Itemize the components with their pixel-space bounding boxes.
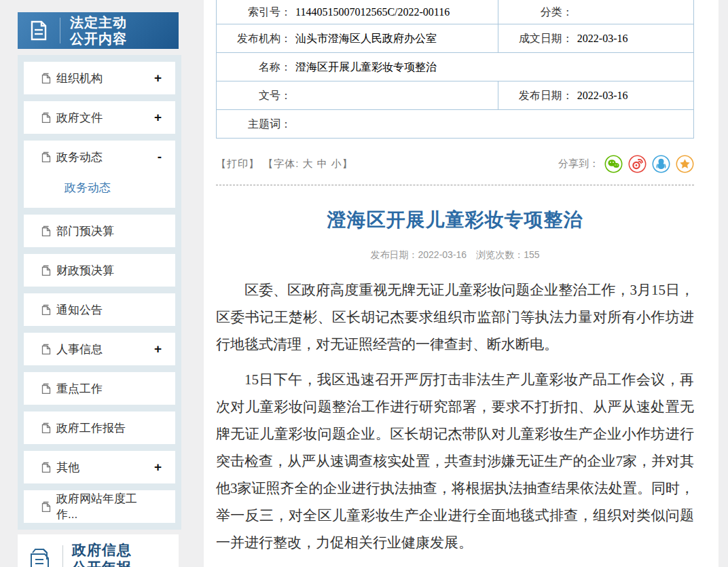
table-row: 发布机构： 汕头市澄海区人民政府办公室 成文日期： 2022-03-16 xyxy=(217,24,693,53)
table-row: 索引号： 11440515007012565C/2022-00116 分类： xyxy=(217,0,693,24)
page-icon xyxy=(41,151,51,162)
sidebar-item-label: 政府网站年度工作... xyxy=(56,491,158,522)
sidebar-item-label: 政务动态 xyxy=(56,149,153,165)
article-view-count: 浏览次数：155 xyxy=(476,249,539,260)
index-number-label: 索引号： xyxy=(217,5,291,20)
share-label: 分享到： xyxy=(558,158,599,170)
print-font-controls: 【打印】 【字体: 大 中 小】 xyxy=(216,158,353,170)
written-date-label: 成文日期： xyxy=(498,32,573,46)
article-paragraph: 15日下午，我区迅速召开严厉打击非法生产儿童彩妆产品工作会议，再次对儿童彩妆问题… xyxy=(216,366,694,556)
sidebar-menu: 组织机构 + 政府文件 + 政务动态 - 政务动态 部门预决算 财政预决算 xyxy=(18,55,181,530)
publish-date-label: 发布日期： xyxy=(498,89,573,103)
dashed-divider xyxy=(216,185,694,185)
sidebar-header-annual-report[interactable]: 政府信息 公开年报 xyxy=(18,534,179,567)
page-icon xyxy=(41,73,51,84)
table-row: 文号： 发布日期： 2022-03-16 xyxy=(217,81,693,110)
sidebar-item-gov-news[interactable]: 政务动态 - xyxy=(24,141,175,173)
collapse-minus-icon[interactable]: - xyxy=(153,149,162,164)
font-size-small-button[interactable]: 小】 xyxy=(331,158,353,169)
sidebar-header-title: 法定主动 公开内容 xyxy=(60,14,127,47)
favorite-star-share-icon[interactable] xyxy=(676,155,694,173)
sidebar-item-dept-budget[interactable]: 部门预决算 xyxy=(24,215,175,247)
written-date-value: 2022-03-16 xyxy=(573,33,628,45)
sidebar-item-website-annual-work[interactable]: 政府网站年度工作... xyxy=(24,490,175,523)
article-paragraph: 区委、区政府高度重视无牌无证儿童彩妆问题企业整治工作，3月15日，区委书记王楚彬… xyxy=(216,276,694,358)
sidebar-item-label: 政府工作报告 xyxy=(56,420,158,436)
table-row: 主题词： xyxy=(217,110,693,139)
sidebar-item-gov-documents[interactable]: 政府文件 + xyxy=(24,101,175,134)
main-content: 索引号： 11440515007012565C/2022-00116 分类： 发… xyxy=(204,0,718,567)
sidebar-item-other[interactable]: 其他 + xyxy=(24,451,175,483)
share-bar: 分享到： xyxy=(558,155,694,173)
sidebar-item-label: 政府文件 xyxy=(56,110,150,126)
qq-share-icon[interactable] xyxy=(652,155,670,173)
sidebar: 法定主动 公开内容 组织机构 + 政府文件 + 政务动态 - 政务动态 部门预决… xyxy=(0,0,204,567)
page-icon xyxy=(41,383,51,394)
print-button[interactable]: 【打印】 xyxy=(216,158,259,169)
sidebar-item-organization[interactable]: 组织机构 + xyxy=(24,62,175,94)
doc-name-value: 澄海区开展儿童彩妆专项整治 xyxy=(291,60,437,75)
expand-plus-icon[interactable]: + xyxy=(150,71,162,86)
sidebar-item-finance-budget[interactable]: 财政预决算 xyxy=(24,254,175,287)
sidebar-item-label: 重点工作 xyxy=(56,381,158,397)
page-icon xyxy=(41,265,51,276)
font-size-medium-button[interactable]: 中 xyxy=(317,158,328,169)
article-meta: 发布日期：2022-03-16浏览次数：155 xyxy=(216,249,694,261)
publish-date-value: 2022-03-16 xyxy=(573,90,628,102)
sidebar-group-gov-news: 政务动态 - 政务动态 xyxy=(24,141,175,208)
weibo-share-icon[interactable] xyxy=(628,155,647,173)
category-label: 分类： xyxy=(498,5,573,20)
sidebar-item-label: 人事信息 xyxy=(56,342,150,357)
article: 澄海区开展儿童彩妆专项整治 发布日期：2022-03-16浏览次数：155 区委… xyxy=(216,207,694,556)
wechat-share-icon[interactable] xyxy=(604,155,623,173)
doc-number-label: 文号： xyxy=(217,89,291,103)
page-icon xyxy=(41,344,51,354)
page-icon xyxy=(41,501,51,512)
expand-plus-icon[interactable]: + xyxy=(150,460,162,475)
index-number-value: 11440515007012565C/2022-00116 xyxy=(291,6,450,18)
page-icon xyxy=(41,112,51,123)
document-icon xyxy=(18,18,60,43)
sidebar-item-label: 部门预决算 xyxy=(56,223,158,239)
sidebar-item-key-work[interactable]: 重点工作 xyxy=(24,372,175,405)
sidebar-item-notices[interactable]: 通知公告 xyxy=(24,293,175,326)
page-icon xyxy=(41,225,51,236)
keywords-label: 主题词： xyxy=(217,117,291,132)
sidebar-subitem-gov-news-active[interactable]: 政务动态 xyxy=(24,173,175,198)
article-body: 区委、区政府高度重视无牌无证儿童彩妆问题企业整治工作，3月15日，区委书记王楚彬… xyxy=(216,276,694,556)
table-row: 名称： 澄海区开展儿童彩妆专项整治 xyxy=(217,53,693,81)
expand-plus-icon[interactable]: + xyxy=(150,110,162,125)
article-toolbar: 【打印】 【字体: 大 中 小】 分享到： xyxy=(216,153,694,174)
sidebar-item-personnel[interactable]: 人事信息 + xyxy=(24,333,175,365)
document-meta-table: 索引号： 11440515007012565C/2022-00116 分类： 发… xyxy=(216,0,694,139)
page-icon xyxy=(41,422,51,433)
page-icon xyxy=(41,304,51,315)
font-size-large-button[interactable]: 大 xyxy=(303,158,314,169)
sidebar-item-label: 其他 xyxy=(56,460,150,475)
sidebar-item-label: 财政预决算 xyxy=(56,263,158,278)
doc-name-label: 名称： xyxy=(217,60,291,75)
publisher-value: 汕头市澄海区人民政府办公室 xyxy=(291,32,437,46)
report-folder-icon xyxy=(18,545,62,567)
sidebar-item-label: 组织机构 xyxy=(56,71,150,86)
sidebar-item-label: 通知公告 xyxy=(56,302,158,318)
page-icon xyxy=(41,462,51,473)
sidebar-header2-title: 政府信息 公开年报 xyxy=(63,541,132,567)
sidebar-item-gov-work-report[interactable]: 政府工作报告 xyxy=(24,411,175,444)
publisher-label: 发布机构： xyxy=(217,32,291,46)
font-size-prefix: 【字体: xyxy=(263,158,299,169)
article-publish-date: 发布日期：2022-03-16 xyxy=(371,249,467,260)
article-title: 澄海区开展儿童彩妆专项整治 xyxy=(216,207,694,233)
expand-plus-icon[interactable]: + xyxy=(150,342,162,356)
sidebar-header-legal-disclosure[interactable]: 法定主动 公开内容 xyxy=(18,12,179,49)
